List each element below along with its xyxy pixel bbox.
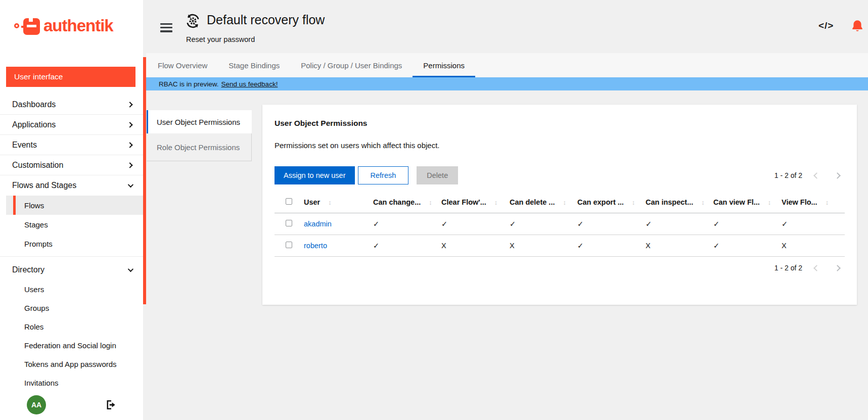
column-header-can-change: Can change... [373,198,421,206]
pagination-bottom-wrap: 1 - 2 of 2 [275,264,845,272]
chevron-right-icon [127,122,132,127]
tab-stage-bindings[interactable]: Stage Bindings [218,53,290,77]
table-row: akadmin ✓ ✓ ✓ ✓ ✓ ✓ ✓ [275,213,845,235]
permission-value: ✓ [510,213,577,235]
sidebar-item-groups[interactable]: Groups [6,299,143,317]
authentik-logo[interactable]: authentik [14,14,113,37]
user-link-akadmin[interactable]: akadmin [304,220,332,228]
refresh-button[interactable]: Refresh [358,166,409,184]
delete-button[interactable]: Delete [417,166,458,184]
select-all-checkbox[interactable] [286,198,292,205]
sidebar-item-customisation[interactable]: Customisation [0,155,143,175]
permission-value: ✓ [441,213,510,235]
tab-flow-overview[interactable]: Flow Overview [147,53,218,77]
page-title: Default recovery flow [207,13,325,27]
permission-value: ✓ [646,213,713,235]
chevron-right-icon[interactable] [834,172,841,179]
row-checkbox[interactable] [286,220,292,226]
sidebar-user-row: AA [0,394,143,415]
brand-name: authentik [43,16,113,35]
permission-value: X [782,235,845,257]
sort-icon[interactable]: ↕ [494,199,497,206]
feedback-link[interactable]: Send us feedback! [221,80,278,88]
column-header-can-view: Can view Fl... [713,198,760,206]
column-header-user: User [304,198,320,206]
permission-value: ✓ [577,235,646,257]
sidebar-item-flows-and-stages[interactable]: Flows and Stages [0,175,143,196]
api-code-icon[interactable]: </> [818,20,834,31]
permission-value: ✓ [782,213,845,235]
tab-role-object-permissions[interactable]: Role Object Permissions [147,133,252,161]
sort-icon[interactable]: ↕ [563,199,566,206]
sort-icon[interactable]: ↕ [768,199,771,206]
column-header-clear-flow: Clear Flow'... [441,198,486,206]
chevron-right-icon [127,102,132,107]
sort-icon[interactable]: ↕ [632,199,635,206]
pagination-label: 1 - 2 of 2 [774,264,802,272]
permissions-table: User↕ Can change...↕ Clear Flow'...↕ Can… [275,193,845,257]
permission-value: ✓ [713,213,782,235]
pagination-bottom: 1 - 2 of 2 [774,264,845,272]
sidebar-item-applications[interactable]: Applications [0,115,143,135]
banner-text: RBAC is in preview. [159,80,219,88]
sidebar-item-stages[interactable]: Stages [6,215,143,234]
permission-value: ✓ [373,213,441,235]
assign-to-new-user-button[interactable]: Assign to new user [275,166,355,184]
tab-permissions[interactable]: Permissions [413,53,475,77]
toolbar: Assign to new user Refresh Delete 1 - 2 … [275,166,845,184]
permission-value: X [510,235,577,257]
sort-icon[interactable]: ↕ [701,199,704,206]
pagination-top: 1 - 2 of 2 [774,171,845,179]
rbac-preview-banner: RBAC is in preview. Send us feedback! [146,77,868,90]
sidebar-item-directory[interactable]: Directory [0,260,143,280]
sort-icon[interactable]: ↕ [429,199,432,206]
authentik-key-icon [14,14,40,37]
logout-icon[interactable] [105,399,117,411]
card-description: Permissions set on users which affect th… [275,141,845,150]
column-header-can-delete: Can delete ... [510,198,555,206]
card-title: User Object Permissions [275,119,845,128]
page-subtitle: Reset your password [186,35,255,43]
chevron-right-icon [127,162,132,168]
user-object-permissions-card: User Object Permissions Permissions set … [262,105,857,305]
permission-value: ✓ [577,213,646,235]
menu-icon[interactable] [160,23,172,32]
sidebar-item-roles[interactable]: Roles [6,317,143,336]
chevron-left-icon[interactable] [813,172,820,179]
chevron-right-icon [127,142,132,148]
tab-policy-group-user-bindings[interactable]: Policy / Group / User Bindings [290,53,413,77]
column-header-view-flow: View Flo... [782,198,817,206]
permission-value: X [441,235,510,257]
avatar[interactable]: AA [27,395,46,414]
chevron-down-icon [128,182,133,188]
page-header: Default recovery flow Reset your passwor… [146,0,868,53]
flow-icon [185,13,201,29]
sidebar-item-user-interface[interactable]: User interface [6,67,135,87]
tab-user-object-permissions[interactable]: User Object Permissions [147,110,252,133]
sidebar-item-federation-social-login[interactable]: Federation and Social login [6,336,143,355]
user-link-roberto[interactable]: roberto [304,242,327,250]
table-row: roberto ✓ X X ✓ X ✓ X [275,235,845,257]
sidebar-item-flows[interactable]: Flows [6,196,143,215]
sort-icon[interactable]: ↕ [328,199,331,206]
table-header-row: User↕ Can change...↕ Clear Flow'...↕ Can… [275,193,845,213]
notification-bell-icon[interactable] [851,19,864,32]
sidebar-item-tokens-app-passwords[interactable]: Tokens and App passwords [6,355,143,374]
chevron-right-icon[interactable] [834,265,841,271]
sidebar-nav: User interface Dashboards Applications E… [0,67,143,392]
sidebar-item-prompts[interactable]: Prompts [6,234,143,253]
chevron-left-icon[interactable] [813,265,820,271]
sidebar-item-events[interactable]: Events [0,135,143,155]
row-checkbox[interactable] [286,242,292,248]
sidebar-item-invitations[interactable]: Invitations [6,374,143,392]
column-header-can-export: Can export ... [577,198,624,206]
sidebar-item-users[interactable]: Users [6,280,143,299]
permission-type-tabs: User Object Permissions Role Object Perm… [147,110,252,161]
sidebar: authentik User interface Dashboards Appl… [0,0,143,420]
sort-icon[interactable]: ↕ [826,199,829,206]
permission-value: X [646,235,713,257]
sidebar-scrollbar[interactable] [143,57,146,304]
sidebar-item-dashboards[interactable]: Dashboards [0,95,143,115]
sidebar-divider [0,256,143,257]
chevron-down-icon [128,266,133,272]
